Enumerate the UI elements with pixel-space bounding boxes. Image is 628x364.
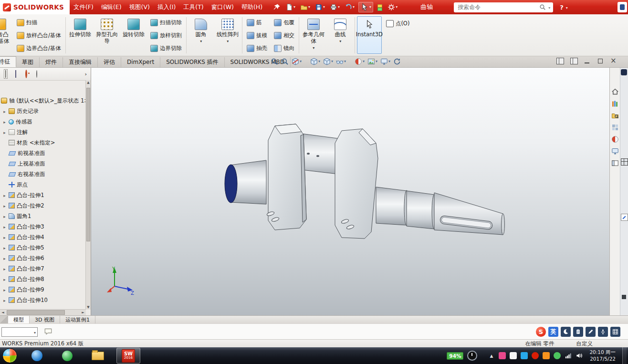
tree-vertical-scrollbar[interactable]: ▲ ▼: [85, 80, 91, 310]
home-tab[interactable]: [611, 88, 619, 95]
scroll-down-arrow[interactable]: ▼: [86, 305, 91, 310]
sogou-logo-icon[interactable]: S: [536, 327, 546, 337]
tree-item-origin[interactable]: 原点: [0, 179, 86, 190]
ime-clipboard-button[interactable]: [573, 327, 583, 337]
tree-item-sensors[interactable]: 传感器: [0, 116, 86, 127]
tab-dimxpert[interactable]: DimXpert: [121, 57, 160, 67]
boundary-cut-button[interactable]: 边界切除: [148, 42, 184, 54]
linear-pattern-button[interactable]: 线性阵列: [215, 16, 240, 54]
show-desktop-button[interactable]: [622, 347, 627, 364]
ime-toolbox-button[interactable]: [610, 327, 620, 337]
help-dropdown[interactable]: [565, 4, 568, 10]
expand-caret[interactable]: [2, 108, 7, 114]
custom-properties-tab[interactable]: [611, 147, 619, 155]
instant3d-button[interactable]: Instant3D: [357, 16, 382, 54]
tray-icon-blue[interactable]: [521, 352, 528, 359]
expand-caret[interactable]: [2, 297, 7, 303]
graphics-viewport[interactable]: Y Z: [0, 68, 609, 315]
taskbar-browser-button[interactable]: [25, 348, 49, 364]
volume-tray-button[interactable]: [576, 352, 583, 359]
search-input[interactable]: [457, 3, 537, 11]
fillet-button[interactable]: 圆角: [188, 16, 213, 54]
tab-sketch[interactable]: 草图: [16, 57, 40, 67]
expand-caret[interactable]: [2, 192, 7, 198]
section-view-button[interactable]: [291, 57, 302, 66]
zoom-to-fit-button[interactable]: [270, 57, 279, 66]
open-document-button[interactable]: [299, 2, 311, 12]
command-search-box[interactable]: [454, 2, 553, 12]
view-settings-button[interactable]: [380, 57, 391, 66]
curves-button[interactable]: 曲线: [328, 16, 353, 54]
menu-item-help[interactable]: 帮助(H): [238, 0, 266, 14]
tree-horizontal-scrollbar[interactable]: ◄ ►: [0, 309, 86, 315]
tree-item-fillet1[interactable]: 圆角1: [0, 211, 86, 221]
alarm-clock-tray-icon[interactable]: [467, 351, 477, 361]
battery-indicator[interactable]: 94%: [447, 352, 463, 360]
print-button[interactable]: [329, 2, 341, 12]
hide-show-items-button[interactable]: [335, 57, 346, 66]
tab-scroll-corner[interactable]: [0, 316, 8, 323]
lofted-boss-button[interactable]: 放样凸台/基体: [14, 29, 63, 42]
tab-weldments[interactable]: 焊件: [40, 57, 63, 67]
options-button[interactable]: [387, 2, 398, 12]
shell-button[interactable]: 抽壳: [244, 42, 270, 54]
minimize-button[interactable]: [584, 58, 591, 64]
menu-item-tools[interactable]: 工具(T): [179, 0, 207, 14]
tree-item-annotations[interactable]: 注解: [0, 127, 86, 137]
custom-status-button[interactable]: 自定义: [576, 340, 593, 347]
tree-root-part[interactable]: 轴 (默认<<默认>_显示状态 1>): [0, 95, 86, 106]
menu-item-window[interactable]: 窗口(W): [208, 0, 238, 14]
boundary-boss-button[interactable]: 边界凸台/基体: [14, 42, 63, 54]
expand-caret[interactable]: [2, 244, 7, 251]
tree-item-boss-extrude1[interactable]: 凸台-拉伸1: [0, 190, 86, 200]
scrollbar-thumb[interactable]: [7, 310, 65, 315]
tab-evaluate[interactable]: 评估: [98, 57, 121, 67]
expand-caret[interactable]: [2, 213, 7, 219]
selection-filter-button[interactable]: [376, 3, 384, 11]
scroll-left-arrow[interactable]: ◄: [0, 310, 6, 315]
wrap-button[interactable]: 包覆: [272, 16, 297, 29]
sweep-button[interactable]: 扫描: [14, 16, 63, 29]
file-explorer-tab[interactable]: [611, 112, 619, 119]
apply-scene-button[interactable]: [367, 57, 378, 66]
tree-item-right-plane[interactable]: 右视基准面: [0, 169, 86, 179]
tab-model[interactable]: 模型: [8, 316, 30, 323]
scroll-right-arrow[interactable]: ►: [80, 310, 86, 315]
view-orientation-button[interactable]: [310, 57, 321, 66]
edge-pen-icon[interactable]: [621, 214, 628, 221]
reference-geometry-button[interactable]: 参考几何体: [301, 16, 326, 54]
ime-skin-button[interactable]: [561, 327, 571, 337]
expand-caret[interactable]: [2, 286, 7, 293]
tray-icon-white[interactable]: [510, 352, 517, 359]
intersect-button[interactable]: 相交: [272, 29, 297, 42]
undo-button[interactable]: [344, 2, 356, 12]
tree-item-boss-extrude7[interactable]: 凸台-拉伸7: [0, 263, 86, 274]
tray-icon-green[interactable]: [554, 352, 561, 359]
configurationmanager-tab[interactable]: [14, 69, 18, 79]
restore-button[interactable]: [597, 58, 604, 64]
start-button[interactable]: [2, 348, 17, 363]
tab-features[interactable]: 特征: [0, 56, 16, 67]
extruded-cut-button[interactable]: 拉伸切除: [68, 16, 93, 54]
tree-item-history[interactable]: 历史记录: [0, 106, 86, 116]
expand-caret[interactable]: [2, 255, 7, 261]
tab-direct-editing[interactable]: 直接编辑: [63, 57, 98, 67]
edit-appearance-button[interactable]: [354, 57, 365, 66]
pane-split-left-icon[interactable]: [556, 58, 564, 64]
tray-icon-red[interactable]: [532, 352, 539, 359]
expand-caret[interactable]: [2, 234, 7, 240]
taskbar-green-app-button[interactable]: [55, 348, 79, 364]
tree-item-boss-extrude8[interactable]: 凸台-拉伸8: [0, 274, 86, 284]
quick-filter-dropdown[interactable]: [1, 327, 38, 337]
tree-item-boss-extrude3[interactable]: 凸台-拉伸3: [0, 221, 86, 232]
hole-wizard-button[interactable]: 异型孔向导: [94, 16, 119, 54]
taskbar-explorer-button[interactable]: [86, 348, 110, 364]
network-tray-button[interactable]: [565, 352, 572, 359]
ime-handwriting-button[interactable]: [586, 327, 596, 337]
draft-button[interactable]: 拔模: [244, 29, 270, 42]
crankshaft-model[interactable]: [0, 68, 609, 315]
lofted-cut-button[interactable]: 放样切割: [148, 29, 184, 42]
revolved-boss-button[interactable]: 旋转凸台/基体: [0, 16, 12, 54]
edge-grid-icon[interactable]: [621, 158, 628, 166]
menu-item-file[interactable]: 文件(F): [70, 0, 97, 14]
